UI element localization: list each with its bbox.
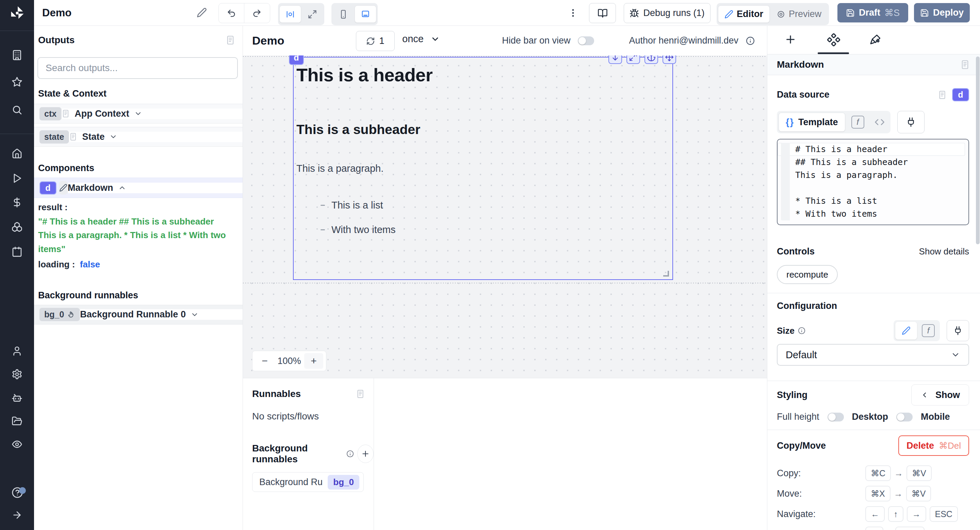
component-settings-tab[interactable] xyxy=(827,33,840,46)
doc-icon[interactable] xyxy=(960,59,970,70)
zoom-in-button[interactable]: + xyxy=(304,353,323,369)
template-code-editor[interactable]: # This is a header ## This is a subheade… xyxy=(777,139,969,225)
chevron-up-icon[interactable] xyxy=(118,184,126,192)
undo-button[interactable] xyxy=(219,3,244,23)
favorites-icon[interactable] xyxy=(11,76,22,87)
collapse-sidebar-icon[interactable] xyxy=(11,509,22,520)
state-badge[interactable]: state xyxy=(40,130,69,144)
runs-icon[interactable] xyxy=(11,173,22,184)
redo-button[interactable] xyxy=(244,3,269,23)
edit-title-icon[interactable] xyxy=(197,8,207,18)
refresh-button[interactable]: 1 xyxy=(356,31,395,51)
more-menu-icon[interactable] xyxy=(568,6,578,20)
centered-layout-button[interactable] xyxy=(279,5,301,23)
size-function-icon[interactable]: f xyxy=(922,324,935,337)
user-icon[interactable] xyxy=(11,346,22,357)
connect-plug-button[interactable] xyxy=(947,320,969,341)
preview-tab[interactable]: Preview xyxy=(770,6,827,22)
expand-down-button[interactable] xyxy=(608,56,622,64)
code-line[interactable]: This is a paragraph. xyxy=(778,169,965,182)
code-line[interactable]: ## This is a subheader xyxy=(778,156,965,169)
loading-value: false xyxy=(80,259,100,270)
code-line[interactable]: # This is a header xyxy=(778,143,965,156)
delete-button[interactable]: Delete ⌘Del xyxy=(898,435,969,456)
search-icon[interactable] xyxy=(11,105,22,115)
search-outputs-input[interactable] xyxy=(45,62,231,74)
component-id-badge[interactable]: d xyxy=(40,181,56,195)
deploy-button[interactable]: Deploy xyxy=(914,3,970,22)
desktop-view-button[interactable] xyxy=(355,5,376,23)
chevron-down-icon[interactable] xyxy=(109,133,118,141)
doc-icon[interactable] xyxy=(226,35,235,46)
bg0-row[interactable]: bg_0 Background Runnable 0 xyxy=(34,305,243,325)
markdown-list-item: With two items xyxy=(321,224,396,235)
run-mode-value: once xyxy=(402,33,424,44)
canvas-app-title: Demo xyxy=(252,34,284,47)
code-mode-icon[interactable] xyxy=(875,117,885,127)
bg-runnable-card[interactable]: Background Run... bg_0 xyxy=(252,472,364,492)
home-icon[interactable] xyxy=(11,148,22,159)
scrollbar-thumb[interactable] xyxy=(976,57,980,244)
resources-icon[interactable] xyxy=(11,221,22,232)
debug-runs-label: Debug runs (1) xyxy=(643,8,705,18)
styling-tab[interactable] xyxy=(869,33,882,46)
bg0-badge[interactable]: bg_0 xyxy=(40,308,80,321)
code-line[interactable]: * This is a list xyxy=(778,195,965,208)
state-row[interactable]: state State xyxy=(34,127,243,147)
insert-component-tab[interactable] xyxy=(784,33,797,46)
desktop-toggle[interactable] xyxy=(896,413,913,422)
doc-icon xyxy=(69,132,77,141)
fullscreen-component-button[interactable] xyxy=(627,56,640,64)
draft-button[interactable]: Draft ⌘S xyxy=(837,3,908,22)
resize-handle[interactable] xyxy=(663,271,669,276)
schedules-icon[interactable] xyxy=(11,246,22,257)
docs-button[interactable] xyxy=(589,3,616,23)
deploy-label: Deploy xyxy=(933,8,964,18)
function-mode-icon[interactable]: f xyxy=(851,116,864,129)
settings-icon[interactable] xyxy=(11,369,22,380)
mobile-view-button[interactable] xyxy=(333,6,354,22)
fullscreen-layout-button[interactable] xyxy=(302,6,323,22)
info-icon[interactable] xyxy=(746,36,755,45)
selected-markdown-component[interactable]: d This is a header This is a subheader T… xyxy=(293,57,673,280)
component-id-badge[interactable]: d xyxy=(952,88,969,102)
size-select[interactable]: Default xyxy=(777,344,969,366)
rename-component-icon[interactable] xyxy=(59,181,67,195)
ctx-badge[interactable]: ctx xyxy=(40,107,61,121)
recompute-button[interactable]: recompute xyxy=(777,265,838,284)
bot-icon[interactable] xyxy=(11,393,22,403)
connect-plug-button[interactable] xyxy=(897,111,924,133)
zoom-out-button[interactable]: − xyxy=(255,353,274,369)
ctx-row[interactable]: ctx App Context xyxy=(34,104,243,124)
size-static-button[interactable] xyxy=(895,322,917,340)
component-type-label: Markdown xyxy=(68,182,113,193)
chevron-down-icon[interactable] xyxy=(134,109,142,118)
variables-icon[interactable] xyxy=(11,197,22,208)
hide-bar-toggle[interactable] xyxy=(578,36,594,45)
template-mode-button[interactable]: {} Template xyxy=(778,113,845,132)
code-line[interactable]: * With two items xyxy=(778,208,965,221)
app-root: Demo Debug runs (1) xyxy=(0,0,980,530)
show-details-link[interactable]: Show details xyxy=(919,246,969,257)
add-bg-runnable-button[interactable] xyxy=(357,444,374,463)
folder-icon[interactable] xyxy=(11,416,22,427)
component-d-row[interactable]: d Markdown xyxy=(34,178,243,198)
app-canvas[interactable]: d This is a header This is a subheader T… xyxy=(243,56,767,378)
chevron-down-icon[interactable] xyxy=(191,311,199,319)
eye-icon[interactable] xyxy=(11,439,22,450)
windmill-logo[interactable] xyxy=(8,4,26,22)
doc-icon[interactable] xyxy=(938,90,947,100)
full-height-toggle[interactable] xyxy=(827,413,844,422)
code-line[interactable] xyxy=(778,182,965,195)
run-mode-select[interactable]: once xyxy=(402,33,440,44)
anchor-button[interactable] xyxy=(644,56,658,64)
editor-tab[interactable]: Editor xyxy=(718,5,770,23)
markdown-list-item: This is a list xyxy=(321,200,383,211)
styling-show-button[interactable]: Show xyxy=(911,384,969,406)
workspace-icon[interactable] xyxy=(11,50,22,60)
move-button[interactable] xyxy=(662,56,676,64)
debug-runs-button[interactable]: Debug runs (1) xyxy=(624,3,711,23)
component-badge[interactable]: d xyxy=(289,56,304,65)
doc-icon[interactable] xyxy=(356,389,365,399)
doc-icon xyxy=(62,109,70,118)
